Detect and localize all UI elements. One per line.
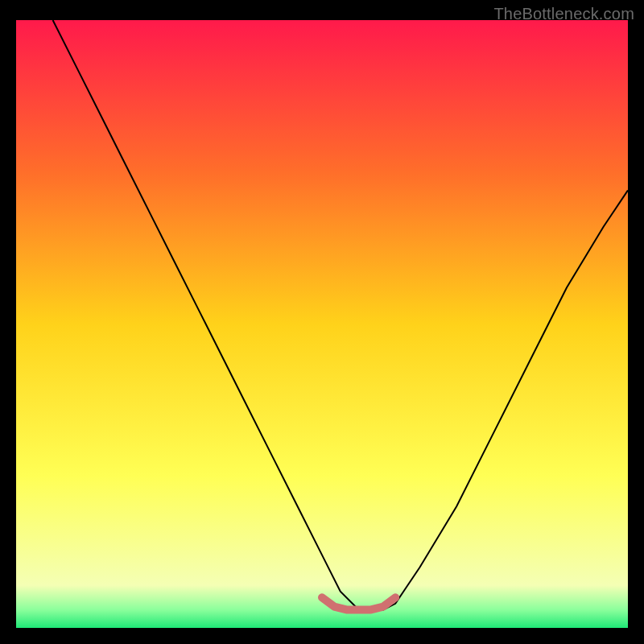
gradient-background: [16, 20, 628, 628]
chart-frame: [16, 20, 628, 628]
bottleneck-chart: [16, 20, 628, 628]
